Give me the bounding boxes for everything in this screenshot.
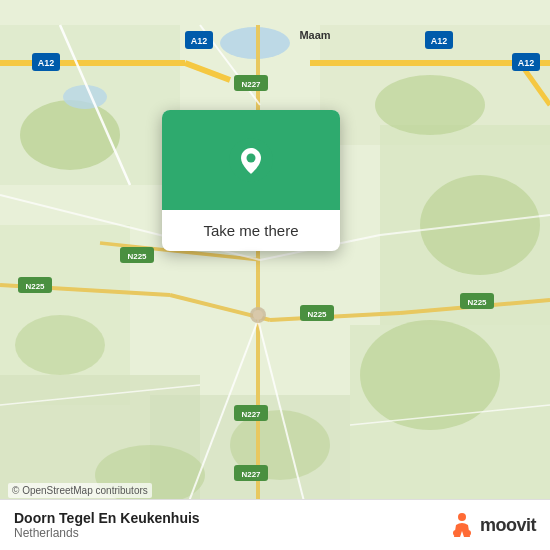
moovit-brand-icon bbox=[448, 511, 476, 539]
take-me-there-button[interactable]: Take me there bbox=[178, 222, 324, 239]
place-name: Doorn Tegel En Keukenhuis bbox=[14, 510, 200, 526]
svg-point-62 bbox=[247, 154, 256, 163]
svg-text:N225: N225 bbox=[467, 298, 487, 307]
svg-point-64 bbox=[465, 530, 471, 536]
bottom-bar: Doorn Tegel En Keukenhuis Netherlands mo… bbox=[0, 499, 550, 550]
svg-point-10 bbox=[420, 175, 540, 275]
location-pin-icon bbox=[229, 138, 273, 182]
moovit-text: moovit bbox=[480, 515, 536, 536]
moovit-logo: moovit bbox=[448, 511, 536, 539]
svg-point-63 bbox=[458, 513, 466, 521]
popup-card-header bbox=[162, 110, 340, 210]
svg-point-9 bbox=[375, 75, 485, 135]
svg-text:A12: A12 bbox=[518, 58, 535, 68]
svg-point-11 bbox=[15, 315, 105, 375]
place-country: Netherlands bbox=[14, 526, 200, 540]
svg-point-12 bbox=[360, 320, 500, 430]
svg-text:A12: A12 bbox=[38, 58, 55, 68]
svg-text:N225: N225 bbox=[127, 252, 147, 261]
place-info: Doorn Tegel En Keukenhuis Netherlands bbox=[14, 510, 200, 540]
svg-point-16 bbox=[220, 27, 290, 59]
svg-point-15 bbox=[63, 85, 107, 109]
svg-text:N227: N227 bbox=[241, 470, 261, 479]
map-attribution: © OpenStreetMap contributors bbox=[8, 483, 152, 498]
map-container: A12 A12 A12 A12 N225 N225 N225 N225 N227… bbox=[0, 0, 550, 550]
popup-card-body: Take me there bbox=[162, 210, 340, 251]
svg-text:A12: A12 bbox=[191, 36, 208, 46]
svg-text:N227: N227 bbox=[241, 80, 261, 89]
svg-point-8 bbox=[20, 100, 120, 170]
svg-text:Maam: Maam bbox=[299, 29, 330, 41]
svg-text:N225: N225 bbox=[307, 310, 327, 319]
svg-text:N225: N225 bbox=[25, 282, 45, 291]
svg-text:A12: A12 bbox=[431, 36, 448, 46]
svg-text:N227: N227 bbox=[241, 410, 261, 419]
svg-point-60 bbox=[253, 310, 263, 320]
svg-point-65 bbox=[453, 530, 459, 536]
popup-card: Take me there bbox=[162, 110, 340, 251]
